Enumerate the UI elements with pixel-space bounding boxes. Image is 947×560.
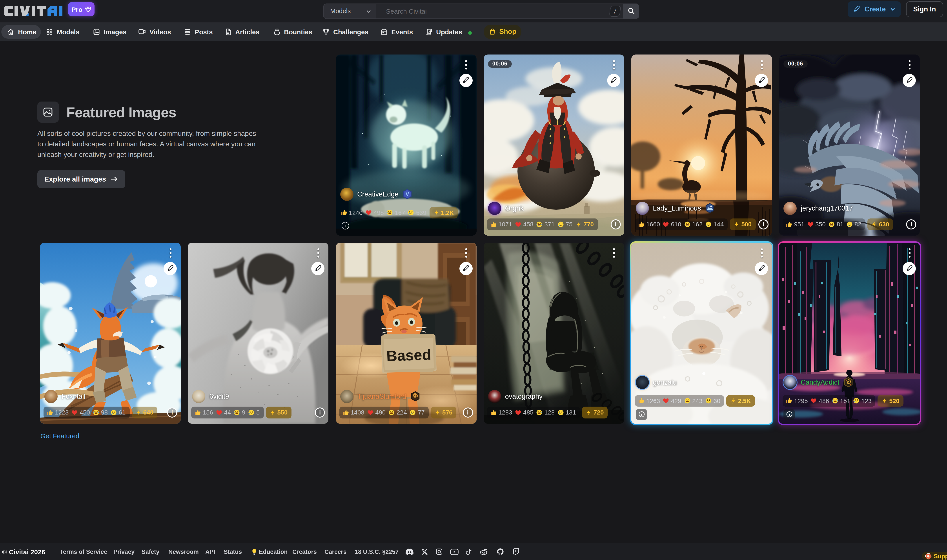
svg-text:V: V	[406, 191, 409, 197]
svg-text:Based: Based	[386, 346, 431, 364]
